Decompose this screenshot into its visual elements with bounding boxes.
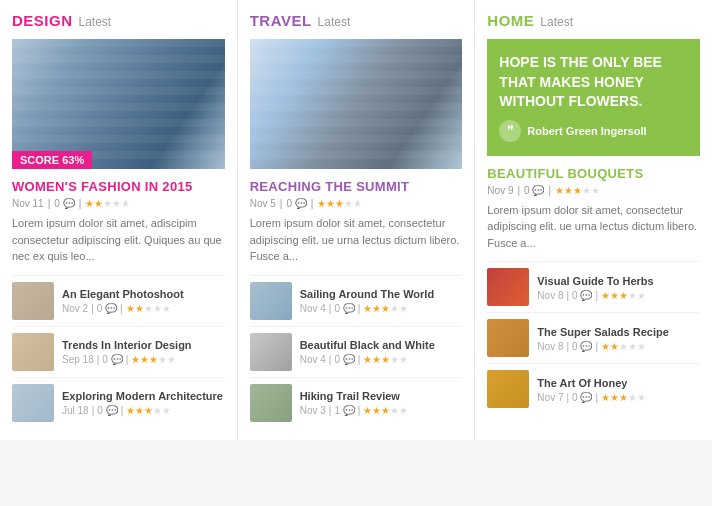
home-article-meta: Nov 9 | 0 💬 | ★★★★★ bbox=[487, 185, 700, 196]
list-item-sep2: | bbox=[595, 341, 598, 352]
list-item-info: Sailing Around The World Nov 4 | 0 💬 | ★… bbox=[300, 287, 463, 314]
list-item-date: Jul 18 bbox=[62, 405, 89, 416]
list-item-title[interactable]: Hiking Trail Review bbox=[300, 389, 463, 403]
list-item-meta: Nov 4 | 0 💬 | ★★★★★ bbox=[300, 354, 463, 365]
design-date: Nov 11 bbox=[12, 198, 44, 209]
list-item-info: Beautiful Black and White Nov 4 | 0 💬 | … bbox=[300, 338, 463, 365]
list-item-sep2: | bbox=[126, 354, 129, 365]
travel-comments: 0 💬 bbox=[286, 198, 306, 209]
list-item-date: Nov 4 bbox=[300, 354, 326, 365]
list-item-title[interactable]: Beautiful Black and White bbox=[300, 338, 463, 352]
list-item: The Super Salads Recipe Nov 8 | 0 💬 | ★★… bbox=[487, 312, 700, 363]
list-item-info: An Elegant Photoshoot Nov 2 | 0 💬 | ★★★★… bbox=[62, 287, 225, 314]
list-item-sep2: | bbox=[358, 405, 361, 416]
list-item-comments: 0 💬 bbox=[334, 354, 354, 365]
travel-article-meta: Nov 5 | 0 💬 | ★★★★★ bbox=[250, 198, 463, 209]
list-item-date: Nov 7 bbox=[537, 392, 563, 403]
design-article-meta: Nov 11 | 0 💬 | ★★★★★ bbox=[12, 198, 225, 209]
list-item-title[interactable]: An Elegant Photoshoot bbox=[62, 287, 225, 301]
home-article-comments: 0 💬 bbox=[524, 185, 544, 196]
list-item-meta: Nov 8 | 0 💬 | ★★★★★ bbox=[537, 341, 700, 352]
list-item-info: Trends In Interior Design Sep 18 | 0 💬 |… bbox=[62, 338, 225, 365]
list-item-sep1: | bbox=[97, 354, 100, 365]
list-item-sep1: | bbox=[329, 354, 332, 365]
list-item-info: Exploring Modern Architecture Jul 18 | 0… bbox=[62, 389, 225, 416]
list-item-meta: Sep 18 | 0 💬 | ★★★★★ bbox=[62, 354, 225, 365]
list-item-comments: 0 💬 bbox=[334, 303, 354, 314]
list-item-sep1: | bbox=[329, 303, 332, 314]
list-item-date: Nov 2 bbox=[62, 303, 88, 314]
home-article-title[interactable]: BEAUTIFUL BOUQUETS bbox=[487, 166, 700, 181]
list-item-date: Nov 8 bbox=[537, 290, 563, 301]
list-item-info: The Art Of Honey Nov 7 | 0 💬 | ★★★★★ bbox=[537, 376, 700, 403]
list-item-meta: Nov 8 | 0 💬 | ★★★★★ bbox=[537, 290, 700, 301]
home-section-label: Latest bbox=[540, 15, 573, 29]
list-item-sep2: | bbox=[595, 290, 598, 301]
list-item-sep1: | bbox=[566, 290, 569, 301]
home-article-date: Nov 9 bbox=[487, 185, 513, 196]
quote-author: Robert Green Ingersoll bbox=[527, 125, 646, 137]
travel-excerpt: Lorem ipsum dolor sit amet, consectetur … bbox=[250, 215, 463, 265]
list-item: Exploring Modern Architecture Jul 18 | 0… bbox=[12, 377, 225, 428]
list-item: Beautiful Black and White Nov 4 | 0 💬 | … bbox=[250, 326, 463, 377]
list-item: Hiking Trail Review Nov 3 | 1 💬 | ★★★★★ bbox=[250, 377, 463, 428]
page-wrapper: DESIGN Latest SCORE 63%WOMEN'S FASHION I… bbox=[0, 0, 712, 440]
list-item-title[interactable]: Trends In Interior Design bbox=[62, 338, 225, 352]
design-main-image[interactable]: SCORE 63% bbox=[12, 39, 225, 169]
travel-section-name: TRAVEL bbox=[250, 12, 312, 29]
list-item: An Elegant Photoshoot Nov 2 | 0 💬 | ★★★★… bbox=[12, 275, 225, 326]
list-item-comments: 0 💬 bbox=[97, 405, 117, 416]
list-item-sep1: | bbox=[566, 392, 569, 403]
list-item-sep2: | bbox=[358, 303, 361, 314]
column-travel: TRAVEL Latest REACHING THE SUMMIT Nov 5 … bbox=[238, 0, 476, 440]
list-item-info: Hiking Trail Review Nov 3 | 1 💬 | ★★★★★ bbox=[300, 389, 463, 416]
list-item-title[interactable]: The Super Salads Recipe bbox=[537, 325, 700, 339]
travel-section-label: Latest bbox=[318, 15, 351, 29]
list-item-title[interactable]: Visual Guide To Herbs bbox=[537, 274, 700, 288]
list-item-thumb bbox=[487, 370, 529, 408]
design-section-name: DESIGN bbox=[12, 12, 73, 29]
home-header: HOME Latest bbox=[487, 12, 700, 29]
home-article-sep1: | bbox=[517, 185, 520, 196]
travel-article-title[interactable]: REACHING THE SUMMIT bbox=[250, 179, 463, 194]
quote-text: HOPE IS THE ONLY BEE THAT MAKES HONEY WI… bbox=[499, 53, 688, 112]
list-item-comments: 0 💬 bbox=[572, 392, 592, 403]
quote-author-row: ❞ Robert Green Ingersoll bbox=[499, 120, 688, 142]
list-item-sep1: | bbox=[329, 405, 332, 416]
list-item-meta: Nov 3 | 1 💬 | ★★★★★ bbox=[300, 405, 463, 416]
list-item-thumb bbox=[487, 319, 529, 357]
home-article-excerpt: Lorem ipsum dolor sit amet, consectetur … bbox=[487, 202, 700, 252]
list-item-sep2: | bbox=[121, 405, 124, 416]
design-article-title[interactable]: WOMEN'S FASHION IN 2015 bbox=[12, 179, 225, 194]
list-item-title[interactable]: Exploring Modern Architecture bbox=[62, 389, 225, 403]
list-item-sep1: | bbox=[91, 303, 94, 314]
list-item-comments: 0 💬 bbox=[97, 303, 117, 314]
travel-header: TRAVEL Latest bbox=[250, 12, 463, 29]
travel-sep2: | bbox=[311, 198, 314, 209]
list-item-date: Nov 3 bbox=[300, 405, 326, 416]
list-item-sep2: | bbox=[358, 354, 361, 365]
design-header: DESIGN Latest bbox=[12, 12, 225, 29]
list-item-sep1: | bbox=[92, 405, 95, 416]
design-excerpt: Lorem ipsum dolor sit amet, adiscipim co… bbox=[12, 215, 225, 265]
home-section-name: HOME bbox=[487, 12, 534, 29]
home-featured-article: BEAUTIFUL BOUQUETS Nov 9 | 0 💬 | ★★★★★ L… bbox=[487, 166, 700, 252]
list-item-date: Sep 18 bbox=[62, 354, 94, 365]
list-item-comments: 0 💬 bbox=[572, 341, 592, 352]
list-item-date: Nov 8 bbox=[537, 341, 563, 352]
list-item-thumb bbox=[250, 333, 292, 371]
list-item-meta: Nov 7 | 0 💬 | ★★★★★ bbox=[537, 392, 700, 403]
list-item-info: The Super Salads Recipe Nov 8 | 0 💬 | ★★… bbox=[537, 325, 700, 352]
travel-sep1: | bbox=[280, 198, 283, 209]
list-item: Sailing Around The World Nov 4 | 0 💬 | ★… bbox=[250, 275, 463, 326]
list-item-title[interactable]: The Art Of Honey bbox=[537, 376, 700, 390]
travel-main-image[interactable] bbox=[250, 39, 463, 169]
design-sep2: | bbox=[79, 198, 82, 209]
list-item-thumb bbox=[250, 384, 292, 422]
list-item-title[interactable]: Sailing Around The World bbox=[300, 287, 463, 301]
list-item-sep1: | bbox=[566, 341, 569, 352]
list-item: The Art Of Honey Nov 7 | 0 💬 | ★★★★★ bbox=[487, 363, 700, 414]
list-item-date: Nov 4 bbox=[300, 303, 326, 314]
quote-box: HOPE IS THE ONLY BEE THAT MAKES HONEY WI… bbox=[487, 39, 700, 156]
quote-icon: ❞ bbox=[499, 120, 521, 142]
